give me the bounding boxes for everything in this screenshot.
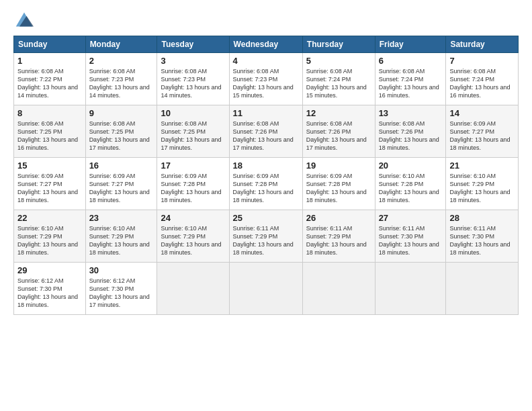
day-cell — [375, 263, 446, 315]
day-info: Sunrise: 6:08 AMSunset: 7:24 PMDaylight:… — [449, 67, 515, 100]
day-info: Sunrise: 6:09 AMSunset: 7:28 PMDaylight:… — [233, 172, 299, 205]
header — [13, 10, 519, 29]
day-cell: 9Sunrise: 6:08 AMSunset: 7:25 PMDaylight… — [85, 105, 157, 158]
day-cell: 21Sunrise: 6:10 AMSunset: 7:29 PMDayligh… — [446, 158, 519, 210]
day-info: Sunrise: 6:08 AMSunset: 7:24 PMDaylight:… — [379, 67, 443, 100]
header-cell-tuesday: Tuesday — [157, 36, 229, 53]
header-cell-sunday: Sunday — [14, 36, 86, 53]
day-number: 6 — [379, 56, 443, 66]
header-cell-friday: Friday — [375, 36, 446, 53]
day-info: Sunrise: 6:08 AMSunset: 7:23 PMDaylight:… — [233, 67, 299, 100]
day-info: Sunrise: 6:08 AMSunset: 7:26 PMDaylight:… — [379, 120, 443, 152]
day-number: 26 — [306, 213, 371, 223]
day-info: Sunrise: 6:09 AMSunset: 7:27 PMDaylight:… — [449, 120, 515, 152]
day-number: 15 — [17, 161, 82, 171]
day-cell: 10Sunrise: 6:08 AMSunset: 7:25 PMDayligh… — [157, 105, 229, 158]
day-cell — [446, 263, 519, 315]
page: SundayMondayTuesdayWednesdayThursdayFrid… — [0, 0, 532, 411]
day-number: 28 — [449, 213, 515, 223]
day-number: 30 — [89, 265, 154, 275]
week-row-2: 8Sunrise: 6:08 AMSunset: 7:25 PMDaylight… — [14, 105, 519, 158]
week-row-1: 1Sunrise: 6:08 AMSunset: 7:22 PMDaylight… — [14, 53, 519, 105]
day-number: 7 — [449, 56, 515, 66]
day-cell: 30Sunrise: 6:12 AMSunset: 7:30 PMDayligh… — [85, 263, 157, 315]
day-info: Sunrise: 6:10 AMSunset: 7:29 PMDaylight:… — [161, 224, 225, 257]
day-cell: 3Sunrise: 6:08 AMSunset: 7:23 PMDaylight… — [157, 53, 229, 105]
day-cell: 26Sunrise: 6:11 AMSunset: 7:29 PMDayligh… — [302, 210, 375, 263]
day-cell: 23Sunrise: 6:10 AMSunset: 7:29 PMDayligh… — [85, 210, 157, 263]
calendar-header-row: SundayMondayTuesdayWednesdayThursdayFrid… — [14, 36, 519, 53]
day-number: 2 — [89, 56, 154, 66]
week-row-3: 15Sunrise: 6:09 AMSunset: 7:27 PMDayligh… — [14, 158, 519, 210]
day-cell: 1Sunrise: 6:08 AMSunset: 7:22 PMDaylight… — [14, 53, 86, 105]
day-cell: 16Sunrise: 6:09 AMSunset: 7:27 PMDayligh… — [85, 158, 157, 210]
day-info: Sunrise: 6:12 AMSunset: 7:30 PMDaylight:… — [89, 277, 154, 310]
logo-icon — [13, 10, 35, 29]
day-number: 23 — [89, 213, 154, 223]
day-number: 16 — [89, 161, 154, 171]
day-cell — [157, 263, 229, 315]
day-info: Sunrise: 6:09 AMSunset: 7:27 PMDaylight:… — [89, 172, 154, 205]
day-cell: 19Sunrise: 6:09 AMSunset: 7:28 PMDayligh… — [302, 158, 375, 210]
day-cell — [229, 263, 302, 315]
day-info: Sunrise: 6:10 AMSunset: 7:29 PMDaylight:… — [89, 224, 154, 257]
day-cell: 2Sunrise: 6:08 AMSunset: 7:23 PMDaylight… — [85, 53, 157, 105]
day-number: 20 — [379, 161, 443, 171]
day-cell: 28Sunrise: 6:11 AMSunset: 7:30 PMDayligh… — [446, 210, 519, 263]
day-cell: 25Sunrise: 6:11 AMSunset: 7:29 PMDayligh… — [229, 210, 302, 263]
day-cell: 6Sunrise: 6:08 AMSunset: 7:24 PMDaylight… — [375, 53, 446, 105]
day-info: Sunrise: 6:08 AMSunset: 7:25 PMDaylight:… — [161, 120, 225, 152]
day-number: 19 — [306, 161, 371, 171]
day-info: Sunrise: 6:08 AMSunset: 7:23 PMDaylight:… — [161, 67, 225, 100]
day-number: 25 — [233, 213, 299, 223]
logo — [13, 10, 37, 29]
day-info: Sunrise: 6:10 AMSunset: 7:28 PMDaylight:… — [379, 172, 443, 205]
day-cell: 11Sunrise: 6:08 AMSunset: 7:26 PMDayligh… — [229, 105, 302, 158]
day-number: 11 — [233, 108, 299, 118]
day-info: Sunrise: 6:08 AMSunset: 7:24 PMDaylight:… — [306, 67, 371, 100]
day-number: 10 — [161, 108, 225, 118]
day-cell: 29Sunrise: 6:12 AMSunset: 7:30 PMDayligh… — [14, 263, 86, 315]
calendar-body: 1Sunrise: 6:08 AMSunset: 7:22 PMDaylight… — [14, 53, 519, 315]
day-number: 18 — [233, 161, 299, 171]
day-info: Sunrise: 6:09 AMSunset: 7:27 PMDaylight:… — [17, 172, 82, 205]
day-cell: 20Sunrise: 6:10 AMSunset: 7:28 PMDayligh… — [375, 158, 446, 210]
day-info: Sunrise: 6:11 AMSunset: 7:30 PMDaylight:… — [449, 224, 515, 257]
header-cell-monday: Monday — [85, 36, 157, 53]
day-info: Sunrise: 6:11 AMSunset: 7:29 PMDaylight:… — [306, 224, 371, 257]
day-info: Sunrise: 6:12 AMSunset: 7:30 PMDaylight:… — [17, 277, 82, 310]
day-cell: 13Sunrise: 6:08 AMSunset: 7:26 PMDayligh… — [375, 105, 446, 158]
day-cell: 27Sunrise: 6:11 AMSunset: 7:30 PMDayligh… — [375, 210, 446, 263]
day-number: 17 — [161, 161, 225, 171]
day-info: Sunrise: 6:08 AMSunset: 7:26 PMDaylight:… — [306, 120, 371, 152]
day-cell: 12Sunrise: 6:08 AMSunset: 7:26 PMDayligh… — [302, 105, 375, 158]
day-number: 4 — [233, 56, 299, 66]
day-number: 24 — [161, 213, 225, 223]
day-number: 8 — [17, 108, 82, 118]
day-info: Sunrise: 6:09 AMSunset: 7:28 PMDaylight:… — [306, 172, 371, 205]
day-number: 29 — [17, 265, 82, 275]
day-info: Sunrise: 6:08 AMSunset: 7:26 PMDaylight:… — [233, 120, 299, 152]
day-info: Sunrise: 6:08 AMSunset: 7:25 PMDaylight:… — [17, 120, 82, 152]
day-cell: 18Sunrise: 6:09 AMSunset: 7:28 PMDayligh… — [229, 158, 302, 210]
day-info: Sunrise: 6:10 AMSunset: 7:29 PMDaylight:… — [17, 224, 82, 257]
day-number: 14 — [449, 108, 515, 118]
day-cell: 14Sunrise: 6:09 AMSunset: 7:27 PMDayligh… — [446, 105, 519, 158]
week-row-5: 29Sunrise: 6:12 AMSunset: 7:30 PMDayligh… — [14, 263, 519, 315]
day-number: 1 — [17, 56, 82, 66]
day-cell — [302, 263, 375, 315]
day-number: 12 — [306, 108, 371, 118]
day-info: Sunrise: 6:08 AMSunset: 7:22 PMDaylight:… — [17, 67, 82, 100]
day-info: Sunrise: 6:08 AMSunset: 7:25 PMDaylight:… — [89, 120, 154, 152]
day-cell: 4Sunrise: 6:08 AMSunset: 7:23 PMDaylight… — [229, 53, 302, 105]
day-number: 5 — [306, 56, 371, 66]
day-number: 27 — [379, 213, 443, 223]
day-number: 21 — [449, 161, 515, 171]
day-info: Sunrise: 6:11 AMSunset: 7:30 PMDaylight:… — [379, 224, 443, 257]
day-info: Sunrise: 6:10 AMSunset: 7:29 PMDaylight:… — [449, 172, 515, 205]
day-number: 22 — [17, 213, 82, 223]
day-cell: 22Sunrise: 6:10 AMSunset: 7:29 PMDayligh… — [14, 210, 86, 263]
day-info: Sunrise: 6:11 AMSunset: 7:29 PMDaylight:… — [233, 224, 299, 257]
day-cell: 24Sunrise: 6:10 AMSunset: 7:29 PMDayligh… — [157, 210, 229, 263]
day-cell: 5Sunrise: 6:08 AMSunset: 7:24 PMDaylight… — [302, 53, 375, 105]
